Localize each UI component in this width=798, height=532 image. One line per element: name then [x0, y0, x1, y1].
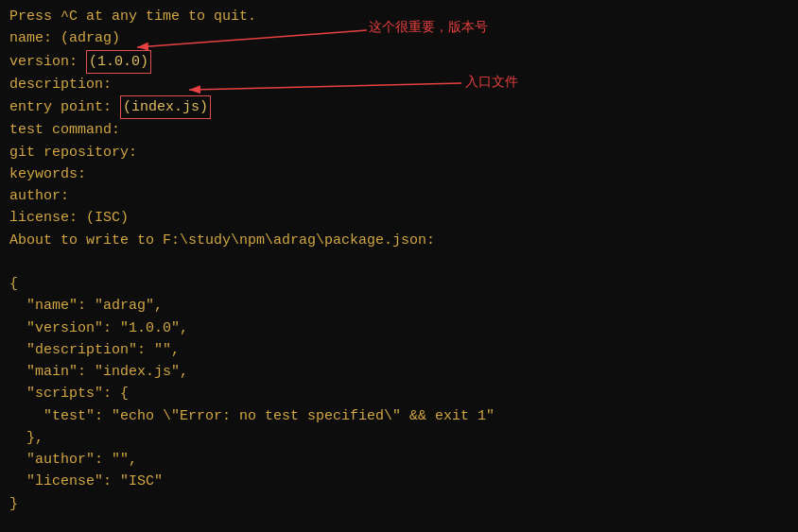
- version-value: (1.0.0): [86, 50, 151, 74]
- json-description: "description": "",: [9, 339, 789, 361]
- entry-annotation: 入口文件: [465, 74, 518, 91]
- empty-line-1: [9, 251, 789, 273]
- json-close: }: [9, 493, 789, 515]
- version-annotation: 这个很重要，版本号: [369, 19, 488, 36]
- json-version: "version": "1.0.0",: [9, 317, 789, 339]
- git-repo-line: git repository:: [9, 142, 789, 163]
- author-line: author:: [9, 185, 789, 207]
- json-block: { "name": "adrag", "version": "1.0.0", "…: [9, 273, 789, 515]
- json-license: "license": "ISC": [9, 471, 789, 492]
- entry-label: entry point:: [9, 99, 120, 115]
- description-line: description:: [9, 74, 789, 95]
- entry-value: (index.js): [120, 95, 211, 119]
- json-scripts: "scripts": {: [9, 383, 789, 404]
- about-to-write-line: About to write to F:\study\npm\adrag\pac…: [9, 230, 789, 251]
- version-label: version:: [9, 54, 86, 70]
- test-command-line: test command:: [9, 119, 789, 141]
- entry-line: entry point: (index.js): [9, 95, 789, 119]
- keywords-line: keywords:: [9, 163, 789, 185]
- json-main: "main": "index.js",: [9, 361, 789, 383]
- json-author: "author": "",: [9, 449, 789, 471]
- json-name: "name": "adrag",: [9, 295, 789, 317]
- version-line: version: (1.0.0): [9, 50, 789, 74]
- terminal-window: Press ^C at any time to quit. name: (adr…: [0, 0, 798, 532]
- json-scripts-close: },: [9, 427, 789, 449]
- empty-line-2: [9, 515, 789, 532]
- json-test: "test": "echo \"Error: no test specified…: [9, 405, 789, 427]
- license-line: license: (ISC): [9, 207, 789, 229]
- json-open: {: [9, 273, 789, 295]
